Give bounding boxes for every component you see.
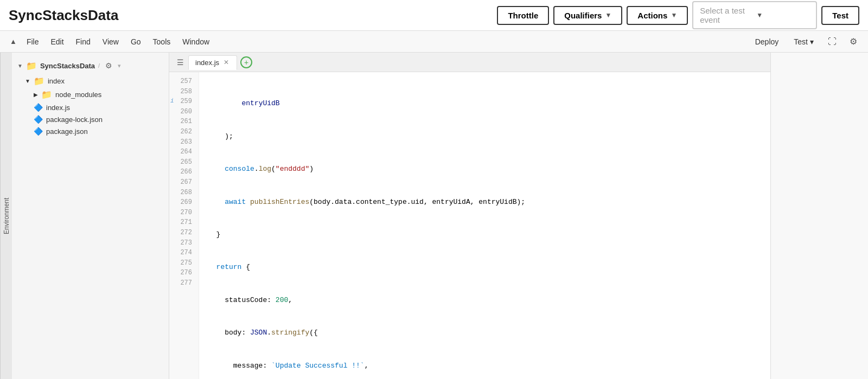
line-numbers: 257 258 259 260 261 262 263 264 265 266 … bbox=[169, 72, 199, 379]
sidebar-item-index-js[interactable]: 🔷 index.js bbox=[12, 101, 169, 113]
menu-bar-right: Deploy Test ▾ ⛶ ⚙ bbox=[750, 34, 861, 49]
line-260: 260 bbox=[169, 107, 199, 117]
menu-go[interactable]: Go bbox=[125, 35, 146, 48]
code-line-264: body: JSON.stringify({ bbox=[208, 327, 770, 338]
line-258: 258 bbox=[169, 87, 199, 97]
tab-index-js[interactable]: index.js ✕ bbox=[188, 55, 237, 70]
line-269: 269 bbox=[169, 197, 199, 208]
fullscreen-button[interactable]: ⛶ bbox=[824, 35, 841, 49]
sidebar-item-package-json[interactable]: 🔷 package.json bbox=[12, 125, 169, 137]
code-line-259: console.log("endddd") bbox=[208, 164, 770, 175]
line-264: 264 bbox=[169, 147, 199, 157]
menu-tools[interactable]: Tools bbox=[148, 35, 176, 48]
line-268: 268 bbox=[169, 188, 199, 198]
node-modules-name: node_modules bbox=[55, 91, 101, 99]
menu-find[interactable]: Find bbox=[71, 35, 96, 48]
code-editor-area: ☰ index.js ✕ + 257 258 259 260 261 262 2… bbox=[169, 53, 770, 379]
node-modules-folder-icon: 📁 bbox=[41, 89, 52, 100]
throttle-button[interactable]: Throttle bbox=[497, 6, 549, 25]
app-title: SyncStacksData bbox=[9, 7, 118, 24]
tab-close-button[interactable]: ✕ bbox=[222, 59, 230, 66]
folder-expand-icon: ▼ bbox=[17, 63, 23, 69]
actions-button[interactable]: Actions ▼ bbox=[627, 6, 688, 25]
root-folder-icon: 📁 bbox=[26, 61, 37, 71]
folder-chevron-icon: ▼ bbox=[25, 78, 30, 84]
menu-file[interactable]: File bbox=[21, 35, 44, 48]
actions-chevron-icon: ▼ bbox=[671, 11, 677, 19]
code-line-260: await publishEntries(body.data.content_t… bbox=[208, 197, 770, 208]
menu-bar: ▲ File Edit Find View Go Tools Window De… bbox=[0, 31, 868, 53]
line-276: 276 bbox=[169, 268, 199, 278]
menu-test-button[interactable]: Test ▾ bbox=[788, 35, 819, 48]
line-263: 263 bbox=[169, 137, 199, 147]
line-262: 262 bbox=[169, 127, 199, 137]
line-266: 266 bbox=[169, 167, 199, 177]
code-line-257: entryUidB bbox=[208, 98, 770, 109]
sidebar-item-node-modules[interactable]: ▶ 📁 node_modules bbox=[12, 88, 169, 101]
line-257: 257 bbox=[169, 76, 199, 87]
qualifiers-chevron-icon: ▼ bbox=[605, 11, 611, 19]
collapse-icon-button[interactable]: ▲ bbox=[7, 35, 20, 48]
line-261: 261 bbox=[169, 117, 199, 127]
deploy-button[interactable]: Deploy bbox=[750, 35, 784, 48]
index-js-name: index.js bbox=[46, 104, 70, 112]
code-editor[interactable]: 257 258 259 260 261 262 263 264 265 266 … bbox=[169, 72, 770, 379]
sidebar-root-header: ▼ 📁 SyncStacksData / ⚙ ▾ bbox=[12, 57, 169, 74]
menu-window[interactable]: Window bbox=[177, 35, 215, 48]
line-273: 273 bbox=[169, 238, 199, 248]
menu-view[interactable]: View bbox=[97, 35, 124, 48]
code-line-262: return { bbox=[208, 262, 770, 273]
file-tree-sidebar: ▼ 📁 SyncStacksData / ⚙ ▾ ▼ 📁 index ▶ 📁 n… bbox=[12, 53, 169, 379]
line-267: 267 bbox=[169, 177, 199, 188]
add-tab-button[interactable]: + bbox=[240, 56, 252, 68]
node-modules-chevron-icon: ▶ bbox=[34, 92, 38, 98]
environment-tab[interactable]: Environment bbox=[0, 53, 12, 379]
index-folder-icon: 📁 bbox=[34, 76, 44, 86]
line-272: 272 bbox=[169, 228, 199, 238]
line-259: 259 bbox=[169, 97, 199, 107]
line-274: 274 bbox=[169, 248, 199, 258]
top-bar-actions: Throttle Qualifiers ▼ Actions ▼ Select a… bbox=[497, 1, 859, 29]
package-json-name: package.json bbox=[46, 127, 88, 136]
test-button[interactable]: Test bbox=[821, 6, 859, 25]
select-event-chevron-icon: ▼ bbox=[756, 11, 809, 19]
settings-button[interactable]: ⚙ bbox=[845, 34, 861, 49]
top-bar: SyncStacksData Throttle Qualifiers ▼ Act… bbox=[0, 0, 868, 31]
main-area: Environment ▼ 📁 SyncStacksData / ⚙ ▾ ▼ 📁… bbox=[0, 53, 868, 379]
index-js-icon: 🔷 bbox=[34, 103, 43, 112]
sidebar-item-package-lock[interactable]: 🔷 package-lock.json bbox=[12, 113, 169, 125]
tab-bar: ☰ index.js ✕ + bbox=[169, 53, 770, 72]
line-270: 270 bbox=[169, 208, 199, 218]
select-test-event-dropdown[interactable]: Select a test event ▼ bbox=[692, 1, 817, 29]
line-275: 275 bbox=[169, 258, 199, 268]
line-265: 265 bbox=[169, 157, 199, 168]
test-chevron-icon: ▾ bbox=[810, 37, 814, 46]
tab-label: index.js bbox=[195, 59, 219, 67]
code-line-265: message: `Update Successful !!`, bbox=[208, 361, 770, 371]
package-lock-name: package-lock.json bbox=[46, 115, 103, 124]
package-json-icon: 🔷 bbox=[34, 127, 43, 136]
code-content[interactable]: entryUidB ); console.log("endddd") await… bbox=[199, 72, 770, 379]
line-277: 277 bbox=[169, 278, 199, 288]
code-line-261: } bbox=[208, 229, 770, 240]
code-line-258: ); bbox=[208, 131, 770, 142]
file-list-icon-button[interactable]: ☰ bbox=[173, 56, 188, 69]
sidebar-gear-button[interactable]: ⚙ bbox=[103, 60, 114, 71]
right-panel bbox=[770, 53, 868, 379]
index-folder-name: index bbox=[48, 77, 65, 85]
root-folder-name[interactable]: SyncStacksData bbox=[40, 62, 95, 70]
menu-edit[interactable]: Edit bbox=[45, 35, 69, 48]
qualifiers-button[interactable]: Qualifiers ▼ bbox=[553, 6, 622, 25]
line-271: 271 bbox=[169, 217, 199, 228]
code-line-263: statusCode: 200, bbox=[208, 295, 770, 306]
package-lock-icon: 🔷 bbox=[34, 115, 43, 124]
menu-bar-left: ▲ File Edit Find View Go Tools Window bbox=[7, 35, 215, 48]
sidebar-item-index-folder[interactable]: ▼ 📁 index bbox=[12, 74, 169, 88]
